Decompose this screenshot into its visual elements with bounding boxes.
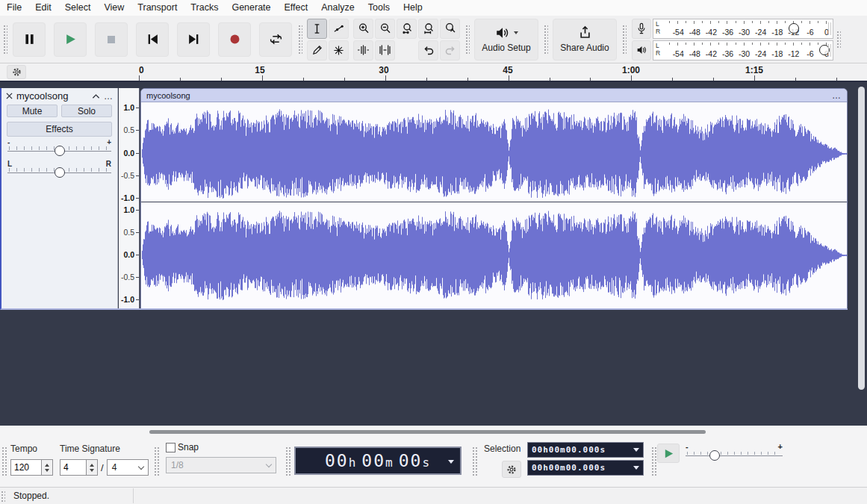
- audio-position-display[interactable]: 00h00m00s: [294, 447, 462, 475]
- playback-meter[interactable]: LR -54-48-42-36-30-24-18-12-60: [653, 40, 833, 60]
- menu-item[interactable]: Generate: [225, 0, 277, 16]
- pan-slider[interactable]: L R: [7, 161, 111, 180]
- chevron-down-icon: [137, 463, 143, 469]
- audio-setup-button[interactable]: Audio Setup: [474, 19, 538, 60]
- transport-toolbar-grip[interactable]: [2, 24, 7, 55]
- track-title[interactable]: mycoolsong: [16, 90, 88, 102]
- stop-button[interactable]: [95, 22, 128, 57]
- menu-item[interactable]: Select: [58, 0, 98, 16]
- horizontal-scrollbar-thumb[interactable]: [149, 430, 706, 434]
- collapse-track-button[interactable]: [92, 93, 100, 99]
- zoom-toggle-button[interactable]: [440, 19, 460, 39]
- tempo-block: Tempo: [10, 444, 53, 476]
- meter-toolbar-grip[interactable]: [621, 24, 627, 55]
- time-segment: 00m: [361, 451, 394, 470]
- gain-slider[interactable]: - +: [7, 139, 111, 158]
- tempo-spinner[interactable]: [42, 459, 53, 476]
- vertical-scale-ruler[interactable]: 1.00.50.0-0.5-1.01.00.50.0-0.5-1.0: [119, 88, 140, 308]
- timeline-options-button[interactable]: [7, 65, 26, 79]
- mute-button[interactable]: Mute: [7, 105, 58, 117]
- playback-speed-slider[interactable]: - +: [686, 444, 783, 466]
- clip-header[interactable]: mycoolsong …: [141, 89, 847, 102]
- meter-resize-grip[interactable]: [828, 44, 831, 57]
- menu-item[interactable]: Tools: [361, 0, 397, 16]
- menu-item[interactable]: Transport: [131, 0, 184, 16]
- audio-setup-toolbar-grip[interactable]: [464, 24, 470, 55]
- status-divider: [133, 488, 134, 503]
- solo-button[interactable]: Solo: [61, 105, 112, 117]
- selection-toolbar-grip[interactable]: [472, 447, 477, 476]
- envelope-tool-button[interactable]: [329, 19, 349, 39]
- horizontal-scrollbar[interactable]: [0, 426, 867, 438]
- vertical-scale-label: 0.0: [123, 250, 134, 259]
- vertical-scrollbar-thumb[interactable]: [858, 87, 865, 390]
- time-signature-spinner[interactable]: [87, 459, 98, 476]
- zoom-in-button[interactable]: [353, 19, 373, 39]
- time-format-dropdown-icon[interactable]: [448, 460, 454, 464]
- clip-menu-button[interactable]: …: [832, 90, 842, 101]
- meter-resize-grip[interactable]: [828, 22, 831, 35]
- skip-to-end-button[interactable]: [177, 22, 210, 57]
- skip-to-start-button[interactable]: [136, 22, 169, 57]
- trim-audio-button[interactable]: [353, 40, 373, 60]
- playback-meter-options-button[interactable]: [632, 40, 651, 60]
- multi-tool-button[interactable]: [329, 40, 349, 60]
- menu-item[interactable]: Edit: [28, 0, 58, 16]
- dock-grip[interactable]: [836, 30, 841, 49]
- pan-slider-thumb[interactable]: [55, 167, 65, 178]
- time-signature-lower-select[interactable]: 4: [107, 459, 149, 476]
- meter-volume-slider-thumb[interactable]: [789, 23, 799, 34]
- tempo-input[interactable]: [10, 459, 42, 476]
- menu-item[interactable]: Effect: [278, 0, 315, 16]
- track-canvas-area[interactable]: mycoolsong … Mute Solo Effects - +: [0, 82, 867, 426]
- stereo-waveform[interactable]: [141, 102, 847, 308]
- fit-project-button[interactable]: [418, 19, 438, 39]
- timeline-ruler[interactable]: 01530451:001:15: [0, 63, 867, 82]
- draw-tool-button[interactable]: [307, 40, 327, 60]
- play-button[interactable]: [54, 22, 87, 57]
- silence-audio-button[interactable]: [375, 40, 395, 60]
- time-toolbar-grip[interactable]: [285, 447, 290, 476]
- time-signature-upper-input[interactable]: [60, 459, 87, 476]
- recording-meter[interactable]: LR -54-48-42-36-30-24-18-12-60: [653, 19, 833, 39]
- play-at-speed-button[interactable]: [657, 444, 680, 463]
- chevron-up-icon: [92, 93, 100, 99]
- play-at-speed-toolbar-grip[interactable]: [651, 447, 656, 476]
- menu-item[interactable]: File: [0, 0, 28, 16]
- chevron-down-icon: [633, 466, 639, 470]
- menu-item[interactable]: Help: [397, 0, 429, 16]
- play-icon: [663, 448, 674, 459]
- chevron-down-icon: [514, 31, 518, 34]
- selection-end-field[interactable]: 00h00m00.000s: [527, 460, 644, 476]
- fit-selection-button[interactable]: [397, 19, 417, 39]
- speed-slider-thumb[interactable]: [709, 450, 720, 461]
- multi-tool-icon: [333, 45, 344, 56]
- snapping-toolbar-grip[interactable]: [154, 447, 159, 476]
- menu-item[interactable]: View: [97, 0, 131, 16]
- snap-checkbox[interactable]: [166, 443, 175, 452]
- menu-item[interactable]: Analyze: [314, 0, 361, 16]
- close-track-button[interactable]: [6, 93, 13, 99]
- selection-options-button[interactable]: [502, 461, 521, 478]
- pause-button[interactable]: [13, 22, 46, 57]
- tools-toolbar-grip[interactable]: [297, 24, 302, 55]
- share-audio-toolbar-grip[interactable]: [543, 24, 548, 55]
- time-signature-toolbar-grip[interactable]: [1, 447, 7, 476]
- redo-button[interactable]: [440, 40, 460, 60]
- audio-clip[interactable]: mycoolsong …: [140, 88, 848, 308]
- loop-button[interactable]: [259, 22, 292, 57]
- gain-slider-thumb[interactable]: [55, 146, 65, 156]
- selection-start-field[interactable]: 00h00m00.000s: [527, 442, 644, 458]
- selection-tool-button[interactable]: [307, 19, 327, 39]
- ruler-time-label: 45: [503, 65, 512, 75]
- effects-button[interactable]: Effects: [7, 122, 112, 137]
- share-audio-button[interactable]: Share Audio: [553, 19, 617, 60]
- track-menu-button[interactable]: …: [104, 92, 113, 101]
- menu-item[interactable]: Tracks: [184, 0, 225, 16]
- recording-meter-options-button[interactable]: [632, 19, 651, 39]
- ruler-time-label: 15: [255, 65, 264, 75]
- zoom-out-button[interactable]: [375, 19, 395, 39]
- undo-button[interactable]: [418, 40, 438, 60]
- snap-mode-select[interactable]: 1/8: [166, 457, 276, 473]
- record-button[interactable]: [218, 22, 251, 57]
